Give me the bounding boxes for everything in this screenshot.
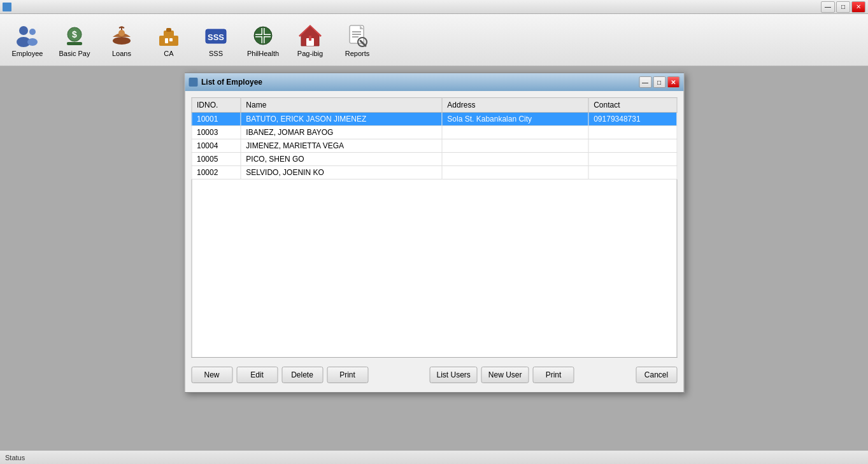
cell-id: 10004 [192,139,241,153]
dialog-controls[interactable]: — □ ✕ [639,76,679,88]
pagibig-icon [297,23,323,48]
cell-address: Sola St. Kabankalan City [442,113,588,126]
cell-contact [588,126,677,139]
cell-contact [588,166,677,179]
col-name: Name [241,98,442,113]
employee-table: IDNO. Name Address Contact 10001BATUTO, … [191,97,677,179]
ca-icon [156,23,181,48]
svg-rect-14 [166,28,171,32]
dialog-content: IDNO. Name Address Contact 10001BATUTO, … [185,91,683,392]
status-bar: Status [0,450,868,464]
svg-rect-16 [169,38,173,41]
minimize-button[interactable]: — [821,1,835,13]
cell-name: PICO, SHEN GO [241,153,442,166]
cell-contact [588,139,677,153]
loans-icon [109,23,134,48]
basicpay-label: Basic Pay [59,50,90,57]
philhealth-label: PhilHealth [247,50,279,57]
toolbar-basicpay[interactable]: $ Basic Pay [52,18,97,62]
cell-name: JIMENEZ, MARIETTA VEGA [241,139,442,153]
col-idno: IDNO. [192,98,241,113]
dialog-icon [189,78,197,87]
sss-label: SSS [209,50,223,57]
employee-label: Employee [12,50,43,57]
svg-rect-23 [309,36,311,41]
cell-address [442,153,588,166]
delete-button[interactable]: Delete [281,367,323,383]
cell-name: IBANEZ, JOMAR BAYOG [241,126,442,139]
svg-rect-6 [67,42,82,45]
cell-id: 10003 [192,126,241,139]
cell-id: 10002 [192,166,241,179]
ca-label: CA [164,50,173,57]
table-row[interactable]: 10004JIMENEZ, MARIETTA VEGA [192,139,677,153]
svg-text:$: $ [72,29,77,39]
svg-point-2 [29,29,36,35]
cell-name: BATUTO, ERICK JASON JIMENEZ [241,113,442,126]
svg-point-7 [113,37,131,45]
cell-contact [588,153,677,166]
edit-button[interactable]: Edit [236,367,278,383]
dialog-minimize-button[interactable]: — [639,76,651,88]
cancel-button[interactable]: Cancel [636,367,677,383]
table-row[interactable]: 10001BATUTO, ERICK JASON JIMENEZSola St.… [192,113,677,126]
cell-address [442,126,588,139]
dialog-restore-button[interactable]: □ [653,76,665,88]
toolbar-reports[interactable]: Reports [335,18,380,62]
app-icon [3,3,11,11]
table-row[interactable]: 10003IBANEZ, JOMAR BAYOG [192,126,677,139]
dialog-title-bar: List of Employee — □ ✕ [185,73,683,91]
svg-rect-15 [165,38,168,43]
list-users-button[interactable]: List Users [429,367,477,383]
reports-label: Reports [345,50,370,57]
cell-name: SELVIDO, JOENIN KO [241,166,442,179]
title-bar: — □ ✕ [0,0,868,14]
table-empty-area [191,179,677,358]
cell-id: 10005 [192,153,241,166]
toolbar-pagibig[interactable]: Pag-ibig [288,18,332,62]
col-contact: Contact [588,98,677,113]
cell-id: 10001 [192,113,241,126]
new-button[interactable]: New [191,367,232,383]
toolbar-employee[interactable]: Employee [5,18,50,62]
print2-button[interactable]: Print [533,367,574,383]
toolbar-loans[interactable]: Loans [99,18,144,62]
basicpay-icon: $ [62,23,87,48]
cell-address [442,166,588,179]
toolbar-philhealth[interactable]: PhilHealth [241,18,285,62]
toolbar: Employee $ Basic Pay Loans [0,14,868,66]
toolbar-ca[interactable]: CA [146,18,191,62]
title-bar-left [3,3,11,11]
cell-address [442,139,588,153]
loans-label: Loans [112,50,131,57]
dialog-close-button[interactable]: ✕ [667,76,679,88]
employee-dialog: List of Employee — □ ✕ IDNO. Name Addres… [184,73,684,393]
status-text: Status [5,454,25,461]
new-user-button[interactable]: New User [481,367,529,383]
table-row[interactable]: 10002SELVIDO, JOENIN KO [192,166,677,179]
philhealth-icon [250,23,276,48]
toolbar-sss[interactable]: SSS SSS [194,18,238,62]
employee-icon [15,23,40,48]
svg-rect-12 [159,36,178,46]
svg-text:SSS: SSS [208,32,224,42]
dialog-title-text: List of Employee [201,78,262,87]
svg-point-0 [19,26,28,35]
close-button[interactable]: ✕ [851,1,865,13]
table-header-row: IDNO. Name Address Contact [192,98,677,113]
sss-icon: SSS [203,23,229,48]
restore-button[interactable]: □ [836,1,850,13]
pagibig-label: Pag-ibig [297,50,323,57]
col-address: Address [442,98,588,113]
print1-button[interactable]: Print [327,367,368,383]
cell-contact: 09179348731 [588,113,677,126]
title-bar-controls[interactable]: — □ ✕ [821,1,865,13]
reports-icon [345,23,370,48]
table-row[interactable]: 10005PICO, SHEN GO [192,153,677,166]
main-area: List of Employee — □ ✕ IDNO. Name Addres… [0,66,868,450]
svg-point-3 [27,38,38,46]
button-bar: New Edit Delete Print List Users New Use… [191,364,677,386]
svg-point-8 [118,30,125,36]
